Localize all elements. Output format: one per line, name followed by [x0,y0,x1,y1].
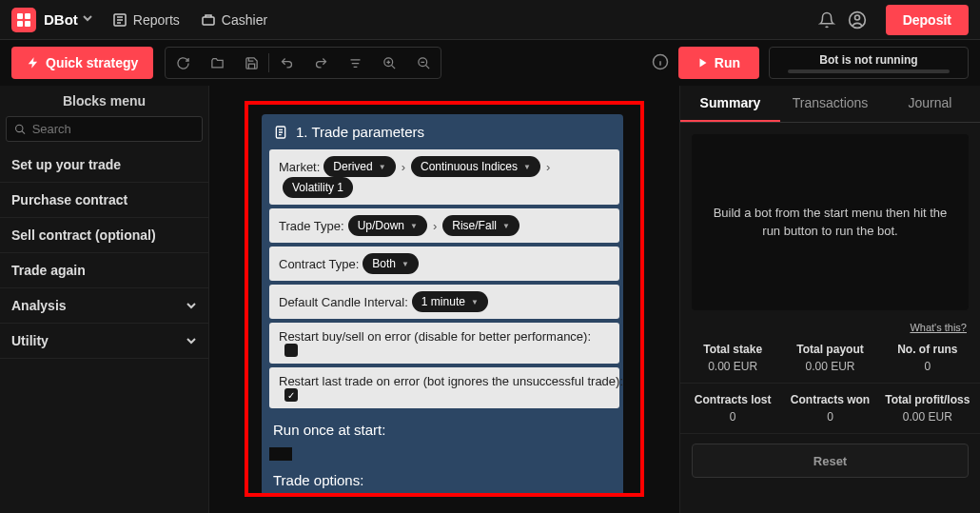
run-once-header: Run once at start: [262,412,623,447]
tab-summary[interactable]: Summary [680,86,780,122]
notifications-icon[interactable] [812,5,842,35]
market-row: Market: Derived▼ › Continuous Indices▼ ›… [269,149,619,205]
contract-type-row: Contract Type: Both▼ [269,247,619,281]
restart-last-checkbox[interactable]: ✓ [284,388,298,402]
main: Blocks menu Set up your trade Purchase c… [0,86,980,513]
canvas[interactable]: 1. Trade parameters Market: Derived▼ › C… [209,86,679,513]
brand-name[interactable]: DBot [44,11,78,28]
trade-type-row: Trade Type: Up/Down▼ › Rise/Fall▼ [269,208,619,243]
stat-contracts-won: Contracts won0 [781,393,878,424]
clipboard-icon [273,125,288,140]
panel-tabs: Summary Transactions Journal [680,86,980,123]
top-bar: DBot Reports Cashier Deposit [0,0,980,40]
contract-type-dropdown[interactable]: Both▼ [363,253,419,274]
info-icon[interactable] [652,53,669,73]
market-derived-dropdown[interactable]: Derived▼ [323,156,395,177]
svg-point-7 [854,15,859,20]
restart-last-row: Restart last trade on error (bot ignores… [269,367,619,408]
trade-options-header: Trade options: [262,463,623,497]
tool-group [165,47,441,79]
blocks-menu-title: Blocks menu [0,86,208,116]
sidebar-item-purchase[interactable]: Purchase contract [0,183,208,218]
trade-type-updown-dropdown[interactable]: Up/Down▼ [348,215,427,236]
whats-this-link[interactable]: What's this? [680,322,980,333]
candle-interval-dropdown[interactable]: 1 minute▼ [412,291,488,312]
undo-icon[interactable] [269,47,304,79]
stats-row-1: Total stake0.00 EUR Total payout0.00 EUR… [680,333,980,384]
sidebar-item-analysis[interactable]: Analysis [0,288,208,324]
market-volatility-dropdown[interactable]: Volatility 1 [283,177,353,198]
block-title: 1. Trade parameters [262,114,623,149]
quick-strategy-button[interactable]: Quick strategy [11,47,153,79]
svg-rect-1 [25,13,30,19]
bot-status: Bot is not running [769,47,969,79]
trade-params-block[interactable]: 1. Trade parameters Market: Derived▼ › C… [262,114,623,497]
stat-total-payout: Total payout0.00 EUR [781,343,878,373]
stat-runs: No. of runs0 [879,343,976,373]
chevron-down-icon [186,300,197,311]
candle-row: Default Candle Interval: 1 minute▼ [269,285,619,319]
stat-contracts-lost: Contracts lost0 [684,393,781,424]
chevron-down-icon[interactable] [82,12,93,27]
zoom-in-icon[interactable] [372,47,406,79]
restart-buy-row: Restart buy/sell on error (disable for b… [269,323,619,364]
zoom-out-icon[interactable] [406,47,441,79]
nav-cashier[interactable]: Cashier [201,12,267,28]
stat-profit-loss: Total profit/loss0.00 EUR [879,393,976,424]
stat-total-stake: Total stake0.00 EUR [684,343,781,373]
search-input-wrap[interactable] [6,116,203,142]
save-icon[interactable] [234,47,268,79]
tab-transactions[interactable]: Transactions [780,86,880,122]
trade-type-risefall-dropdown[interactable]: Rise/Fall▼ [442,215,519,236]
svg-rect-3 [25,21,30,27]
account-icon[interactable] [842,5,872,35]
nav-reports[interactable]: Reports [112,12,180,28]
chevron-down-icon [186,335,197,346]
sidebar-item-utility[interactable]: Utility [0,324,208,359]
open-icon[interactable] [200,47,234,79]
market-continuous-dropdown[interactable]: Continuous Indices▼ [411,156,540,177]
tab-journal[interactable]: Journal [880,86,980,122]
right-panel: Summary Transactions Journal Build a bot… [679,86,980,513]
search-input[interactable] [32,122,194,136]
stats-row-2: Contracts lost0 Contracts won0 Total pro… [680,384,980,434]
search-icon [14,123,27,136]
svg-rect-0 [17,13,23,19]
svg-rect-2 [17,21,23,27]
placeholder-message: Build a bot from the start menu then hit… [692,134,969,310]
reset-button[interactable]: Reset [692,444,969,478]
app-logo[interactable] [11,8,36,32]
sort-icon[interactable] [338,47,372,79]
run-button[interactable]: Run [678,47,759,79]
sidebar: Blocks menu Set up your trade Purchase c… [0,86,209,513]
sidebar-item-setup[interactable]: Set up your trade [0,148,208,183]
play-icon [697,57,709,69]
sidebar-item-trade-again[interactable]: Trade again [0,253,208,288]
restart-buy-checkbox[interactable] [284,344,298,357]
refresh-icon[interactable] [166,47,200,79]
svg-point-11 [16,125,23,131]
reports-icon [112,12,127,28]
action-bar: Quick strategy Run Bot is not running [0,40,980,86]
deposit-button[interactable]: Deposit [886,5,969,35]
lightning-icon [27,56,40,69]
selection-frame: 1. Trade parameters Market: Derived▼ › C… [245,101,644,497]
cashier-icon [201,12,216,28]
svg-rect-5 [203,17,214,25]
redo-icon[interactable] [304,47,338,79]
sidebar-item-sell[interactable]: Sell contract (optional) [0,218,208,253]
